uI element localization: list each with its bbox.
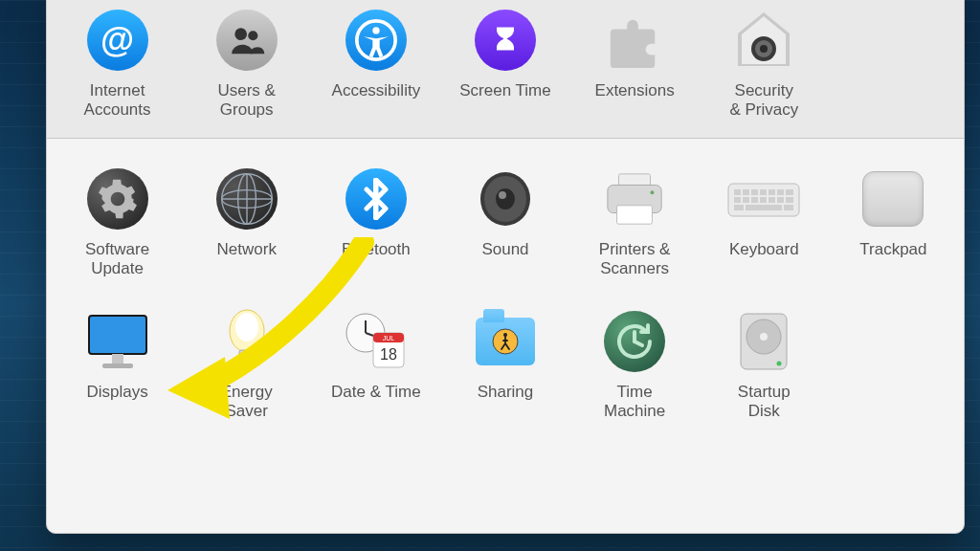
globe-icon — [216, 168, 278, 230]
trackpad-icon — [862, 171, 924, 227]
puzzle-icon — [604, 11, 665, 69]
svg-rect-25 — [768, 189, 775, 195]
svg-point-42 — [235, 313, 258, 342]
pref-label: Internet Accounts — [84, 81, 151, 121]
svg-point-0 — [234, 28, 247, 40]
svg-rect-40 — [102, 364, 133, 368]
pref-internet-accounts[interactable]: @ Internet Accounts — [53, 7, 182, 121]
pref-label: Network — [217, 240, 277, 259]
pref-label: Displays — [86, 383, 147, 402]
svg-rect-43 — [239, 350, 255, 364]
pref-software-update[interactable]: Software Update — [53, 165, 182, 279]
svg-rect-45 — [239, 358, 255, 360]
svg-rect-44 — [239, 354, 255, 356]
svg-rect-18 — [617, 206, 653, 224]
pref-accessibility[interactable]: Accessibility — [311, 7, 440, 121]
svg-rect-32 — [768, 197, 775, 203]
pref-label: Accessibility — [332, 81, 421, 100]
bluetooth-icon — [345, 168, 407, 230]
pref-label: Users & Groups — [217, 81, 275, 121]
pref-sound[interactable]: Sound — [440, 165, 569, 279]
printer-icon — [604, 168, 665, 230]
pref-label: Security & Privacy — [729, 81, 798, 121]
svg-point-6 — [760, 45, 768, 53]
pref-label: Time Machine — [604, 383, 665, 422]
svg-rect-27 — [786, 189, 793, 195]
pref-bluetooth[interactable]: Bluetooth — [311, 165, 440, 279]
pref-label: Software Update — [85, 240, 149, 279]
pref-printers-scanners[interactable]: Printers & Scanners — [570, 165, 700, 279]
pref-label: Date & Time — [331, 383, 421, 402]
pref-displays[interactable]: Displays — [53, 308, 182, 422]
svg-rect-37 — [784, 205, 793, 210]
pref-startup-disk[interactable]: Startup Disk — [700, 308, 829, 422]
svg-point-59 — [777, 361, 782, 365]
pref-label: Printers & Scanners — [599, 240, 671, 279]
prefs-row-5-6: Software Update Network Bluetooth Sound — [47, 139, 964, 439]
pref-label: Trackpad — [859, 240, 926, 259]
svg-rect-24 — [760, 189, 767, 195]
pref-trackpad[interactable]: Trackpad — [829, 165, 958, 279]
svg-point-1 — [248, 31, 257, 40]
svg-rect-29 — [743, 197, 749, 203]
pref-label: Bluetooth — [342, 240, 411, 259]
time-machine-icon — [604, 311, 665, 372]
prefs-row-4: @ Internet Accounts Users & Groups Acces… — [47, 0, 964, 139]
svg-rect-36 — [746, 205, 782, 210]
svg-rect-34 — [786, 197, 793, 203]
pref-sharing[interactable]: Sharing — [440, 308, 569, 422]
pref-network[interactable]: Network — [182, 165, 311, 279]
svg-rect-38 — [89, 316, 146, 354]
house-safe-icon — [732, 9, 795, 72]
disk-icon — [737, 310, 791, 373]
display-icon — [85, 312, 150, 371]
pref-extensions[interactable]: Extensions — [570, 7, 700, 121]
svg-rect-30 — [751, 197, 758, 203]
accessibility-icon — [345, 10, 407, 71]
svg-rect-26 — [777, 189, 784, 195]
at-sign-icon: @ — [87, 10, 148, 71]
clock-calendar-icon: JUL18 — [345, 312, 408, 371]
svg-rect-28 — [734, 197, 741, 203]
svg-point-3 — [372, 27, 379, 33]
pref-energy-saver[interactable]: Energy Saver — [182, 308, 311, 422]
folder-walk-icon — [476, 318, 535, 365]
pref-label: Sharing — [478, 383, 534, 402]
pref-date-time[interactable]: JUL18 Date & Time — [311, 308, 440, 422]
svg-rect-31 — [760, 197, 767, 203]
pref-keyboard[interactable]: Keyboard — [700, 165, 829, 279]
hourglass-icon — [475, 10, 536, 71]
pref-label: Screen Time — [459, 81, 550, 100]
users-icon — [216, 10, 278, 71]
pref-users-groups[interactable]: Users & Groups — [182, 7, 311, 121]
speaker-icon — [475, 168, 536, 230]
svg-point-58 — [760, 333, 768, 341]
svg-rect-46 — [243, 364, 251, 369]
svg-rect-35 — [734, 205, 744, 210]
svg-point-15 — [499, 191, 506, 199]
pref-label: Energy Saver — [221, 383, 273, 422]
svg-rect-22 — [743, 189, 749, 195]
pref-label: Keyboard — [729, 240, 799, 259]
svg-rect-39 — [112, 354, 123, 364]
keyboard-icon — [726, 173, 801, 225]
bulb-icon — [223, 308, 271, 375]
pref-label: Extensions — [595, 81, 675, 100]
gear-icon — [87, 168, 148, 230]
pref-time-machine[interactable]: Time Machine — [570, 308, 700, 422]
svg-point-14 — [496, 188, 515, 209]
pref-screen-time[interactable]: Screen Time — [440, 7, 569, 121]
pref-label: Startup Disk — [738, 383, 791, 422]
day-text: 18 — [380, 346, 397, 363]
month-text: JUL — [383, 335, 395, 342]
pref-label: Sound — [481, 240, 528, 259]
svg-rect-21 — [734, 189, 741, 195]
svg-rect-23 — [751, 189, 758, 195]
svg-line-55 — [635, 342, 642, 345]
svg-rect-33 — [777, 197, 784, 203]
pref-security-privacy[interactable]: Security & Privacy — [700, 7, 829, 121]
system-preferences-window: @ Internet Accounts Users & Groups Acces… — [46, 0, 965, 534]
svg-point-19 — [651, 190, 655, 194]
